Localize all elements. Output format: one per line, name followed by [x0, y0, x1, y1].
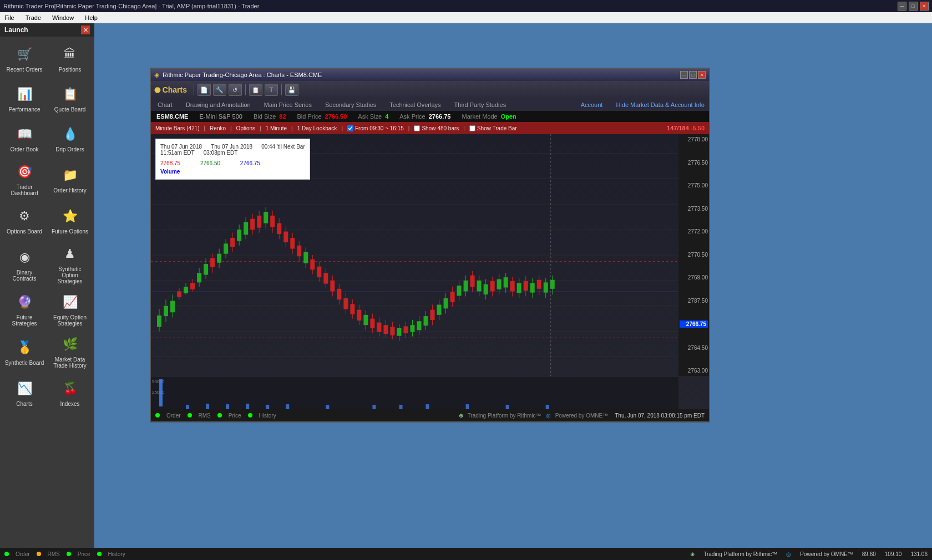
chart-main-area[interactable]: Thu 07 Jun 2018 Thu 07 Jun 2018 00:44 't…	[151, 134, 709, 409]
sidebar-item-market-data-trade-history[interactable]: 🌿 Market Data Trade History	[48, 331, 92, 372]
sidebar-label-options-board: Options Board	[7, 228, 42, 235]
price-scale: 2778.00 2776.50 2775.00 2773.50 2772.00 …	[678, 134, 709, 376]
config-sep-6: |	[408, 125, 410, 131]
menu-window[interactable]: Window	[50, 14, 76, 21]
chart-nav-secondary[interactable]: Secondary Studies	[323, 100, 378, 109]
tooltip-volume: Volume	[160, 169, 305, 175]
toolbar-btn-3[interactable]: ↺	[229, 84, 242, 96]
chart-symbol: ESM8.CME	[156, 113, 188, 120]
sidebar-header: Launch ✕	[0, 23, 94, 37]
svg-rect-18	[170, 301, 175, 313]
app-status-bar: Order RMS Price History ⊕ Trading Platfo…	[0, 548, 932, 560]
svg-rect-52	[283, 232, 288, 243]
svg-rect-114	[490, 281, 495, 291]
positions-icon: 🏛	[60, 44, 80, 64]
sidebar-item-quote-board[interactable]: 📋 Quote Board	[48, 79, 92, 118]
chart-market-info: ESM8.CME E-Mini S&P 500 Bid Size 82 Bid …	[151, 111, 709, 122]
price-2769: 2769.00	[680, 274, 708, 281]
svg-rect-145	[426, 404, 429, 409]
chart-nav-drawing[interactable]: Drawing and Annotation	[184, 100, 253, 109]
history-label: History	[259, 413, 276, 419]
sidebar-item-recent-orders[interactable]: 🛒 Recent Orders	[2, 39, 47, 78]
sidebar-item-charts[interactable]: 📉 Charts	[2, 373, 47, 412]
price-2763: 2763.00	[680, 368, 708, 374]
sidebar-label-order-history: Order History	[53, 187, 86, 194]
svg-rect-112	[484, 284, 488, 294]
config-sep-4: |	[291, 125, 293, 131]
sidebar-item-synthetic-board[interactable]: 🥇 Synthetic Board	[2, 331, 47, 372]
ask-size-val: 4	[385, 113, 388, 120]
toolbar-btn-6[interactable]: 💾	[285, 84, 298, 96]
show-trade-bar-checkbox[interactable]	[469, 125, 475, 131]
sidebar-item-positions[interactable]: 🏛 Positions	[48, 39, 92, 78]
sidebar-item-future-options[interactable]: ⭐ Future Options	[48, 201, 92, 240]
sidebar-item-indexes[interactable]: 🍒 Indexes	[48, 373, 92, 412]
from-checkbox[interactable]	[347, 125, 353, 131]
svg-text:50000: 50000	[152, 379, 165, 384]
chart-nav-chart[interactable]: Chart	[155, 100, 175, 109]
app-platform-label: Trading Platform by Rithmic™	[703, 551, 777, 557]
chart-timestamp: Thu, Jun 07, 2018 03:08:15 pm EDT	[615, 413, 705, 419]
chart-nav: Chart Drawing and Annotation Main Price …	[151, 99, 709, 111]
svg-rect-126	[530, 283, 535, 292]
sidebar-label-indexes: Indexes	[60, 401, 79, 407]
platform-label: Trading Platform by Rithmic™	[468, 413, 541, 419]
chart-logo: ⬣ Charts	[154, 85, 187, 94]
sidebar-item-order-book[interactable]: 📖 Order Book	[2, 119, 47, 157]
toolbar-btn-4[interactable]: 📋	[249, 84, 262, 96]
svg-rect-144	[399, 405, 402, 409]
sidebar-item-order-history[interactable]: 📁 Order History	[48, 159, 92, 200]
toolbar-btn-1[interactable]: 📄	[197, 84, 211, 96]
sidebar-label-charts: Charts	[16, 401, 32, 407]
chart-restore-button[interactable]: □	[689, 71, 697, 79]
bid-price-label: Bid Price	[297, 113, 322, 120]
menu-trade[interactable]: Trade	[23, 14, 43, 21]
minimize-button[interactable]: ─	[898, 2, 906, 11]
close-button[interactable]: ✕	[920, 2, 929, 11]
menu-file[interactable]: File	[2, 14, 17, 21]
quote-board-icon: 📋	[60, 84, 80, 104]
maximize-button[interactable]: □	[909, 2, 918, 11]
sidebar-item-trader-dashboard[interactable]: 🎯 Trader Dashboard	[2, 159, 47, 200]
svg-rect-130	[544, 282, 548, 292]
svg-rect-70	[343, 298, 348, 309]
svg-rect-24	[190, 283, 195, 289]
trader-dashboard-icon: 🎯	[14, 162, 34, 182]
sidebar-label-synthetic-option-strategies: Synthetic Option Strategies	[50, 266, 90, 284]
sidebar-item-future-strategies[interactable]: 🔮 Future Strategies	[2, 289, 47, 330]
menu-help[interactable]: Help	[83, 14, 100, 21]
svg-rect-80	[377, 323, 381, 332]
ask-price-label: Ask Price	[399, 113, 425, 120]
sidebar-item-equity-option-strategies[interactable]: 📈 Equity Option Strategies	[48, 289, 92, 330]
performance-icon: 📊	[14, 84, 34, 104]
svg-rect-54	[290, 238, 295, 249]
chart-nav-technical[interactable]: Technical Overlays	[387, 100, 443, 109]
synthetic-board-icon: 🥇	[14, 338, 34, 358]
app-status-right: ⊕ Trading Platform by Rithmic™ ◎ Powered…	[690, 551, 928, 557]
svg-rect-120	[510, 281, 515, 291]
chart-title-left: ◈ Rithmic Paper Trading-Chicago Area : C…	[154, 71, 322, 79]
ask-price-val: 2766.75	[429, 113, 451, 120]
chart-nav-main-price[interactable]: Main Price Series	[262, 100, 314, 109]
price-2787: 2787.50	[680, 298, 708, 304]
hide-market-data-link[interactable]: Hide Market Data & Account Info	[616, 101, 705, 108]
chart-config-bar: Minute Bars (421) | Renko | Options | 1 …	[151, 122, 709, 134]
order-dot	[155, 413, 160, 418]
toolbar-sep-2	[245, 84, 246, 95]
sidebar-close-button[interactable]: ✕	[81, 26, 90, 34]
price-label: Price	[229, 413, 241, 419]
chart-close-button[interactable]: ✕	[698, 71, 706, 79]
bid-size-label: Bid Size	[254, 113, 276, 120]
show-bars-checkbox[interactable]	[414, 125, 420, 131]
sidebar-item-drip-orders[interactable]: 💧 Drip Orders	[48, 119, 92, 157]
toolbar-btn-5[interactable]: T	[265, 84, 278, 96]
sidebar-item-synthetic-option-strategies[interactable]: ♟ Synthetic Option Strategies	[48, 241, 92, 288]
sidebar-item-performance[interactable]: 📊 Performance	[2, 79, 47, 118]
chart-nav-third-party[interactable]: Third Party Studies	[452, 100, 509, 109]
toolbar-btn-2[interactable]: 🔧	[213, 84, 226, 96]
sidebar-item-binary-contracts[interactable]: ◉ Binary Contracts	[2, 241, 47, 288]
svg-rect-34	[224, 243, 228, 253]
show-trade-bar-label: Show Trade Bar	[477, 125, 517, 131]
sidebar-item-options-board[interactable]: ⚙ Options Board	[2, 201, 47, 240]
chart-minimize-button[interactable]: ─	[680, 71, 688, 79]
